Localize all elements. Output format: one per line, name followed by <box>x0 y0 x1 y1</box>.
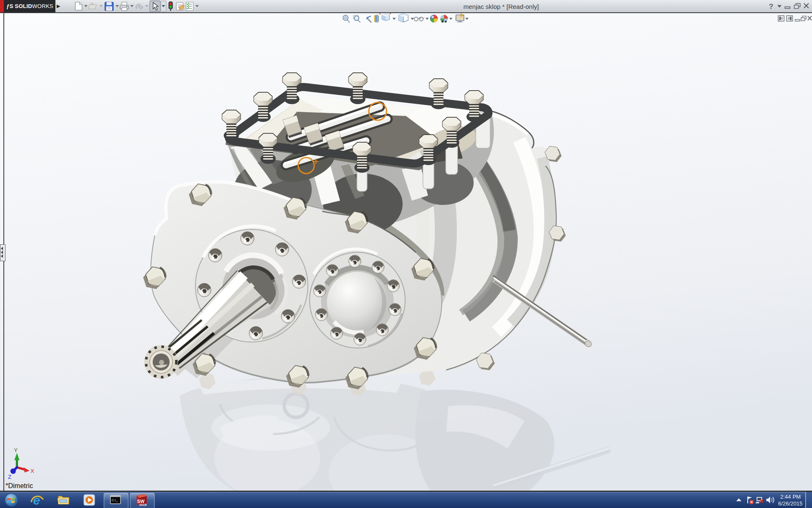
svg-text:?: ? <box>769 3 773 11</box>
svg-text:2:44 PM: 2:44 PM <box>780 494 801 500</box>
svg-text:e: e <box>33 493 40 507</box>
svg-text:C:\_: C:\_ <box>112 498 118 502</box>
svg-text:6/26/2015: 6/26/2015 <box>778 500 803 507</box>
svg-text:2015: 2015 <box>139 503 147 507</box>
